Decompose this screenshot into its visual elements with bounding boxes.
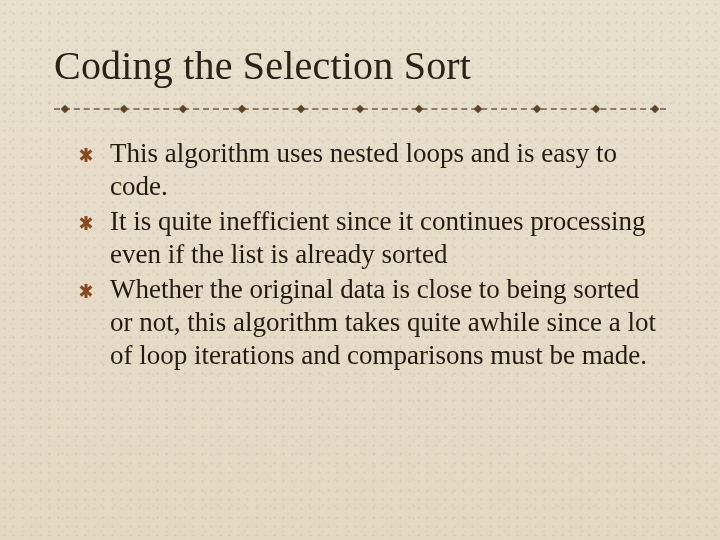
bullet-text: This algorithm uses nested loops and is …	[110, 138, 617, 201]
title-divider	[54, 103, 666, 115]
list-item: This algorithm uses nested loops and is …	[86, 137, 666, 203]
asterisk-icon	[78, 283, 94, 299]
bullet-text: Whether the original data is close to be…	[110, 274, 656, 370]
list-item: It is quite inefficient since it continu…	[86, 205, 666, 271]
asterisk-icon	[78, 147, 94, 163]
bullet-list: This algorithm uses nested loops and is …	[54, 137, 666, 372]
slide: Coding the Selection Sort This algorithm…	[0, 0, 720, 540]
list-item: Whether the original data is close to be…	[86, 273, 666, 372]
slide-title: Coding the Selection Sort	[54, 42, 666, 89]
bullet-text: It is quite inefficient since it continu…	[110, 206, 646, 269]
asterisk-icon	[78, 215, 94, 231]
